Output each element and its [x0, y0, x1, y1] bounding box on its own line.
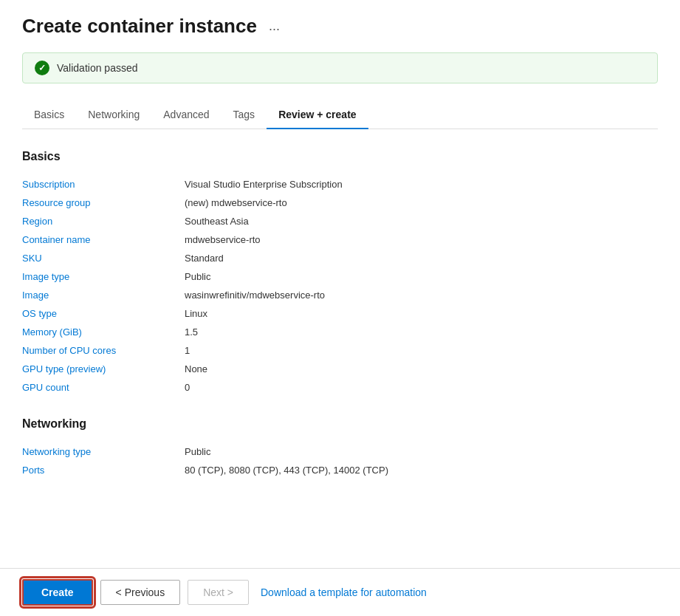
table-row: Imagewasinwrefinitiv/mdwebservice-rto [22, 286, 658, 304]
automation-template-link[interactable]: Download a template for automation [261, 586, 427, 598]
row-value: None [185, 360, 658, 378]
basics-detail-table: SubscriptionVisual Studio Enterprise Sub… [22, 175, 658, 397]
table-row: Container namemdwebservice-rto [22, 230, 658, 249]
row-label: SKU [22, 249, 185, 267]
tab-review-create[interactable]: Review + create [267, 101, 368, 129]
row-label: GPU type (preview) [22, 360, 185, 378]
row-label: Memory (GiB) [22, 323, 185, 341]
row-value: mdwebservice-rto [185, 230, 658, 249]
row-value: wasinwrefinitiv/mdwebservice-rto [185, 286, 658, 304]
validation-message: Validation passed [57, 62, 137, 74]
table-row: Memory (GiB)1.5 [22, 323, 658, 341]
row-value: 1.5 [185, 323, 658, 341]
basics-section-title: Basics [22, 150, 658, 163]
table-row: SubscriptionVisual Studio Enterprise Sub… [22, 175, 658, 194]
basics-section: Basics SubscriptionVisual Studio Enterpr… [22, 150, 658, 397]
table-row: Image typePublic [22, 267, 658, 286]
row-label: Subscription [22, 175, 185, 194]
row-value: Southeast Asia [185, 212, 658, 230]
networking-section: Networking Networking typePublicPorts80 … [22, 417, 658, 479]
row-value: Standard [185, 249, 658, 267]
row-value: 1 [185, 341, 658, 360]
page-title: Create container instance [22, 15, 257, 38]
validation-banner: Validation passed [22, 52, 658, 83]
networking-detail-table: Networking typePublicPorts80 (TCP), 8080… [22, 442, 658, 479]
table-row: RegionSoutheast Asia [22, 212, 658, 230]
row-label: Number of CPU cores [22, 341, 185, 360]
row-value: 0 [185, 378, 658, 397]
validation-check-icon [35, 61, 49, 75]
row-value: (new) mdwebservice-rto [185, 194, 658, 212]
table-row: Networking typePublic [22, 442, 658, 461]
networking-section-title: Networking [22, 417, 658, 431]
row-label: Networking type [22, 442, 185, 461]
tab-basics[interactable]: Basics [22, 101, 76, 129]
table-row: Resource group(new) mdwebservice-rto [22, 194, 658, 212]
row-value: 80 (TCP), 8080 (TCP), 443 (TCP), 14002 (… [185, 461, 658, 479]
tab-advanced[interactable]: Advanced [151, 101, 221, 129]
tab-bar: Basics Networking Advanced Tags Review +… [22, 101, 658, 129]
row-label: Region [22, 212, 185, 230]
next-button[interactable]: Next > [188, 580, 249, 605]
table-row: GPU count0 [22, 378, 658, 397]
row-label: OS type [22, 304, 185, 323]
row-value: Visual Studio Enterprise Subscription [185, 175, 658, 194]
table-row: OS typeLinux [22, 304, 658, 323]
table-row: SKUStandard [22, 249, 658, 267]
row-label: Image [22, 286, 185, 304]
footer: Create < Previous Next > Download a temp… [0, 568, 680, 616]
table-row: Ports80 (TCP), 8080 (TCP), 443 (TCP), 14… [22, 461, 658, 479]
tab-tags[interactable]: Tags [221, 101, 267, 129]
table-row: GPU type (preview)None [22, 360, 658, 378]
ellipsis-menu-button[interactable]: ... [264, 17, 284, 35]
row-label: GPU count [22, 378, 185, 397]
previous-button[interactable]: < Previous [100, 580, 181, 605]
row-label: Resource group [22, 194, 185, 212]
row-value: Public [185, 442, 658, 461]
create-button[interactable]: Create [22, 579, 93, 606]
row-value: Public [185, 267, 658, 286]
row-value: Linux [185, 304, 658, 323]
row-label: Image type [22, 267, 185, 286]
tab-networking[interactable]: Networking [76, 101, 151, 129]
row-label: Container name [22, 230, 185, 249]
row-label: Ports [22, 461, 185, 479]
table-row: Number of CPU cores1 [22, 341, 658, 360]
page-header: Create container instance ... [22, 15, 658, 38]
